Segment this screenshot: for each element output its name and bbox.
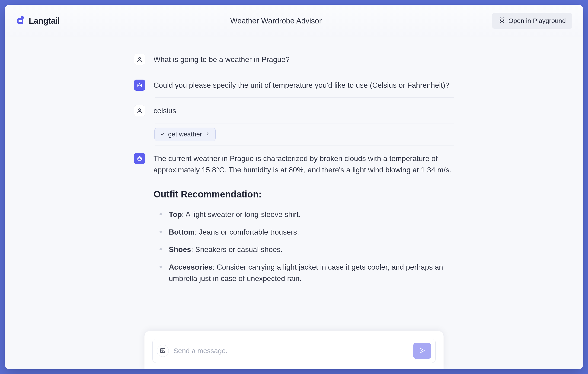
bot-avatar-icon bbox=[134, 153, 145, 164]
recommendation-list: Top: A light sweater or long-sleeve shir… bbox=[154, 209, 454, 284]
tool-chip-get-weather[interactable]: get weather bbox=[154, 128, 216, 141]
svg-rect-1 bbox=[21, 16, 24, 19]
open-playground-button[interactable]: Open in Playground bbox=[492, 13, 572, 29]
page-title: Weather Wardrobe Advisor bbox=[230, 16, 322, 25]
svg-point-13 bbox=[162, 350, 162, 350]
svg-point-3 bbox=[501, 19, 504, 22]
user-avatar-icon bbox=[134, 54, 145, 65]
svg-point-11 bbox=[140, 159, 140, 159]
tool-chip-label: get weather bbox=[168, 131, 202, 138]
message-text: The current weather in Prague is charact… bbox=[154, 152, 454, 290]
brand-logo[interactable]: Langtail bbox=[16, 16, 60, 26]
composer-panel bbox=[145, 331, 443, 369]
bot-avatar-icon bbox=[134, 80, 145, 91]
svg-point-4 bbox=[139, 57, 141, 59]
message-row: What is going to be a weather in Prague? bbox=[134, 46, 454, 72]
check-icon bbox=[160, 131, 165, 138]
list-item: Bottom: Jeans or comfortable trousers. bbox=[159, 226, 454, 238]
svg-point-7 bbox=[140, 85, 140, 85]
attach-image-button[interactable] bbox=[157, 345, 169, 357]
send-icon bbox=[419, 347, 425, 354]
message-row: The current weather in Prague is charact… bbox=[134, 145, 454, 297]
list-item: Accessories: Consider carrying a light j… bbox=[159, 261, 454, 284]
langtail-logo-icon bbox=[16, 16, 26, 26]
brand-name: Langtail bbox=[29, 16, 60, 26]
open-playground-label: Open in Playground bbox=[508, 17, 566, 25]
bug-play-icon bbox=[498, 16, 505, 25]
image-icon bbox=[160, 348, 166, 354]
message-row: Could you please specify the unit of tem… bbox=[134, 72, 454, 98]
weather-summary: The current weather in Prague is charact… bbox=[154, 153, 454, 176]
message-text: celsius bbox=[154, 104, 454, 117]
svg-point-6 bbox=[139, 85, 139, 85]
list-item: Top: A light sweater or long-sleeve shir… bbox=[159, 209, 454, 220]
svg-rect-5 bbox=[138, 84, 141, 87]
composer bbox=[152, 339, 436, 363]
user-avatar-icon bbox=[134, 105, 145, 116]
svg-rect-9 bbox=[138, 157, 141, 160]
svg-point-8 bbox=[139, 109, 141, 111]
header: Langtail Weather Wardrobe Advisor Open i… bbox=[5, 5, 583, 37]
chevron-right-icon bbox=[205, 131, 210, 138]
recommendation-heading: Outfit Recommendation: bbox=[154, 187, 454, 201]
svg-rect-12 bbox=[160, 349, 165, 353]
message-input[interactable] bbox=[173, 347, 409, 355]
message-text: What is going to be a weather in Prague? bbox=[154, 53, 454, 65]
svg-point-10 bbox=[139, 159, 139, 159]
message-text: Could you please specify the unit of tem… bbox=[154, 79, 454, 91]
app-frame: Langtail Weather Wardrobe Advisor Open i… bbox=[5, 5, 583, 369]
list-item: Shoes: Sneakers or casual shoes. bbox=[159, 244, 454, 256]
message-row: celsius bbox=[134, 98, 454, 123]
tool-call-row: get weather bbox=[134, 123, 454, 145]
send-button[interactable] bbox=[413, 343, 431, 359]
svg-rect-2 bbox=[19, 20, 22, 22]
conversation-scroll[interactable]: What is going to be a weather in Prague?… bbox=[5, 37, 583, 369]
conversation: What is going to be a weather in Prague?… bbox=[134, 46, 454, 297]
